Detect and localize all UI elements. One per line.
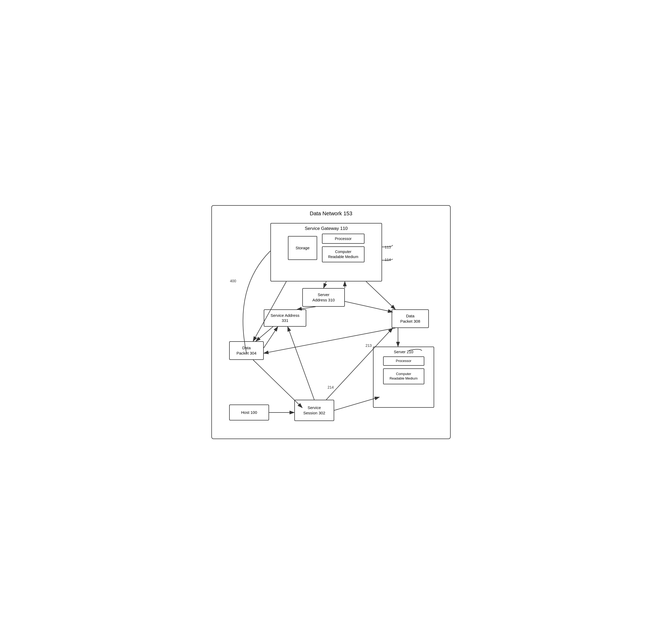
service-address-box: Service Address331	[264, 309, 306, 327]
server-210-processor-box: Processor	[383, 356, 424, 366]
svg-line-2	[323, 281, 326, 288]
gateway-inner: Storage Processor ComputerReadable Mediu…	[284, 234, 369, 262]
label-113: 113	[385, 245, 391, 249]
storage-box: Storage	[288, 236, 317, 260]
svg-line-8	[264, 327, 278, 348]
svg-line-13	[288, 327, 314, 400]
data-packet-304-box: DataPacket 304	[229, 341, 264, 360]
svg-line-5	[256, 327, 273, 341]
server-210-crm-box: ComputerReadable Medium	[383, 368, 424, 384]
server-210-inner: Processor ComputerReadable Medium	[383, 356, 424, 384]
data-packet-308-label: DataPacket 308	[400, 313, 420, 324]
service-gateway-box: Service Gateway 110 Storage Processor Co…	[270, 223, 382, 281]
diagram-title: Data Network 153	[310, 210, 352, 216]
svg-line-12	[334, 397, 380, 410]
label-114: 114	[385, 257, 391, 262]
data-packet-308-box: DataPacket 308	[392, 309, 429, 328]
data-packet-304-label: DataPacket 304	[236, 345, 256, 355]
processor-group: Processor ComputerReadable Medium	[322, 234, 365, 262]
label-214: 214	[327, 385, 334, 389]
service-gateway-title: Service Gateway 110	[305, 226, 348, 231]
server-210-box: Server 210 Processor ComputerReadable Me…	[373, 347, 434, 408]
label-400: 400	[230, 279, 236, 283]
service-session-box: ServiceSession 302	[294, 400, 334, 421]
service-session-label: ServiceSession 302	[303, 405, 325, 415]
service-address-label: Service Address331	[271, 313, 299, 323]
gateway-crm-box: ComputerReadable Medium	[322, 246, 365, 262]
svg-line-3	[297, 307, 316, 309]
server-address-box: ServerAddress 310	[302, 288, 345, 307]
gateway-processor-box: Processor	[322, 234, 365, 244]
svg-line-16	[366, 281, 395, 309]
label-213: 213	[366, 343, 372, 348]
svg-line-4	[345, 301, 393, 312]
server-210-title: Server 210	[394, 349, 413, 354]
diagram-container: Data Network 153 Service Gateway 110 Sto…	[211, 205, 451, 439]
server-address-label: ServerAddress 310	[312, 292, 335, 302]
host-100-label: Host 100	[241, 410, 257, 415]
host-100-box: Host 100	[229, 405, 269, 420]
